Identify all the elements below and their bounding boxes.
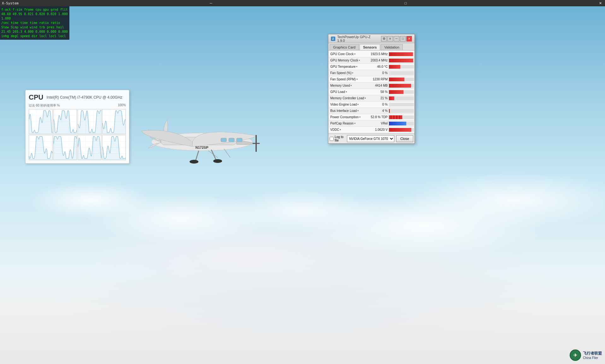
- sensor-dropdown-arrow[interactable]: ▾: [356, 78, 358, 81]
- sensor-row: GPU Temperature ▾46.0 °C: [329, 64, 414, 70]
- sensor-name: GPU Memory Clock ▾: [329, 59, 370, 62]
- sensor-dropdown-arrow[interactable]: ▾: [354, 122, 355, 125]
- taskbar-minimize[interactable]: ─: [209, 1, 214, 5]
- clouds: [0, 0, 605, 364]
- sensor-row: GPU Load ▾58 %: [329, 89, 414, 95]
- svg-line-6: [211, 150, 216, 160]
- gpuz-menu-btn[interactable]: ≡: [387, 36, 393, 42]
- log-to-file-label[interactable]: Log to file: [330, 135, 345, 142]
- sensor-row: Fan Speed (%) ▾0 %: [329, 70, 414, 76]
- sensor-bar-container: [389, 103, 414, 107]
- svg-rect-10: [237, 138, 242, 142]
- cpu-subtitle: 过去 60 秒的使用率 % 100%: [29, 103, 126, 108]
- sensor-name: GPU Load ▾: [329, 90, 370, 94]
- sensor-dropdown-arrow[interactable]: ▾: [359, 59, 360, 62]
- cpu-graph-3: [78, 109, 102, 134]
- sensor-name: GPU Core Clock ▾: [329, 52, 370, 56]
- gpuz-tab-graphics-card[interactable]: Graphics Card: [330, 44, 359, 50]
- sensor-bar-container: [389, 52, 414, 56]
- sensor-dropdown-arrow[interactable]: ▾: [357, 109, 359, 112]
- cpu-graph-5: [29, 135, 53, 160]
- sensor-bar-container: [389, 71, 414, 75]
- svg-rect-8: [221, 138, 226, 142]
- svg-text:N172SP: N172SP: [196, 146, 209, 149]
- gpuz-icon: Z: [331, 37, 335, 41]
- sensor-bar: [389, 59, 413, 62]
- sensor-dropdown-arrow[interactable]: ▾: [346, 90, 347, 93]
- sensor-name: Video Engine Load ▾: [329, 103, 370, 106]
- sensor-dropdown-arrow[interactable]: ▾: [354, 53, 355, 55]
- sensor-value: 0 %: [370, 71, 389, 75]
- cloud-layer: [0, 0, 605, 364]
- terminal-line-2: 48.60 49.95 0.021 0.020 0.020 1.000 1.00…: [1, 12, 68, 21]
- watermark-logo-icon: ✈: [573, 353, 577, 358]
- sensor-name: Power Consumption ▾: [329, 115, 370, 119]
- cpu-graph-7: [78, 135, 102, 160]
- log-to-file-checkbox[interactable]: [330, 137, 334, 141]
- sensor-row: PerfCap Reason ▾VRel: [329, 120, 414, 127]
- sensor-dropdown-arrow[interactable]: ▾: [359, 116, 361, 118]
- sensor-bar: [389, 65, 400, 69]
- terminal-line-4: Slew SLmp wind wind trb pres hail: [1, 25, 68, 30]
- sensor-value: 21 %: [370, 96, 389, 100]
- cpu-name: Intel(R) Core(TM) i7-4790K CPU @ 4.00GHz: [46, 95, 122, 100]
- gpuz-close-btn[interactable]: ✕: [406, 36, 412, 42]
- sensor-row: Bus Interface Load ▾4 %: [329, 108, 414, 114]
- svg-point-7: [213, 159, 222, 163]
- sensor-row: Memory Used ▾4414 MB: [329, 83, 414, 89]
- gpu-select-dropdown[interactable]: NVIDIA GeForce GTX 1070: [347, 135, 394, 142]
- sensor-value: 1.0620 V: [370, 128, 389, 131]
- sensor-bar: [389, 122, 406, 125]
- watermark-text-block: 飞行者联盟 China Flier: [583, 351, 602, 360]
- taskbar: X-System ─ □ ✕: [0, 0, 605, 6]
- sensor-bar: [389, 109, 390, 113]
- sensor-row: Memory Controller Load ▾21 %: [329, 95, 414, 101]
- taskbar-maximize[interactable]: □: [403, 1, 408, 5]
- gpuz-settings-btn[interactable]: ⚙: [381, 36, 387, 42]
- sensor-bar-container: [389, 122, 414, 125]
- cpu-header: CPU Intel(R) Core(TM) i7-4790K CPU @ 4.0…: [29, 93, 126, 101]
- sensor-dropdown-arrow[interactable]: ▾: [357, 103, 359, 106]
- sensor-bar: [389, 78, 404, 81]
- xsystem-terminal: f-act f-sim frame cpu gpu grnd flit 48.6…: [0, 6, 69, 40]
- sensor-bar-container: [389, 65, 414, 69]
- sensor-row: GPU Memory Clock ▾2003.4 MHz: [329, 57, 414, 64]
- sensor-bar: [389, 90, 403, 94]
- gpuz-close-button[interactable]: Close: [396, 135, 413, 142]
- cpu-widget: CPU Intel(R) Core(TM) i7-4790K CPU @ 4.0…: [25, 90, 129, 164]
- gpuz-minimize-btn[interactable]: ─: [394, 36, 399, 42]
- cpu-max-label: 100%: [118, 103, 126, 108]
- terminal-line-3: /sec time time time ratio ratio: [1, 21, 68, 25]
- sensor-row: Video Engine Load ▾0 %: [329, 101, 414, 108]
- sensor-dropdown-arrow[interactable]: ▾: [350, 84, 352, 87]
- taskbar-title: X-System: [2, 1, 19, 5]
- log-to-file-text: Log to file: [335, 135, 345, 142]
- sensor-dropdown-arrow[interactable]: ▾: [356, 65, 357, 68]
- cpu-graph-6: [53, 135, 77, 160]
- sensor-dropdown-arrow[interactable]: ▾: [340, 128, 341, 131]
- gpuz-tabs: Graphics Card Sensors Validation: [328, 43, 414, 50]
- watermark-line1: 飞行者联盟: [583, 351, 602, 356]
- sensor-name: Memory Used ▾: [329, 84, 370, 87]
- sensor-value: 1923.5 MHz: [370, 52, 389, 56]
- sensor-dropdown-arrow[interactable]: ▾: [352, 72, 353, 74]
- sensor-bar: [389, 115, 402, 119]
- gpuz-controls[interactable]: ⚙ ≡ ─ □ ✕: [381, 36, 412, 42]
- sensor-row: GPU Core Clock ▾1923.5 MHz: [329, 51, 414, 57]
- sensor-value: 58 %: [370, 90, 389, 94]
- gpuz-restore-btn[interactable]: □: [400, 36, 406, 42]
- sensor-value: 4414 MB: [370, 84, 389, 87]
- gpuz-title: TechPowerUp GPU-Z 1.9.0: [337, 35, 379, 43]
- cpu-graphs: [29, 109, 126, 160]
- sensor-name: PerfCap Reason ▾: [329, 122, 370, 125]
- svg-line-3: [224, 149, 230, 158]
- gpuz-tab-validation[interactable]: Validation: [381, 44, 403, 50]
- gpuz-tab-sensors[interactable]: Sensors: [360, 44, 380, 50]
- sensor-name: Memory Controller Load ▾: [329, 96, 370, 100]
- sensor-bar: [389, 84, 411, 88]
- taskbar-close[interactable]: ✕: [598, 1, 603, 5]
- sensor-row: Power Consumption ▾52.8 % TDP: [329, 114, 414, 120]
- sensor-value: 52.8 % TDP: [370, 115, 389, 119]
- sensor-dropdown-arrow[interactable]: ▾: [365, 97, 366, 100]
- watermark-logo: ✈: [570, 350, 581, 361]
